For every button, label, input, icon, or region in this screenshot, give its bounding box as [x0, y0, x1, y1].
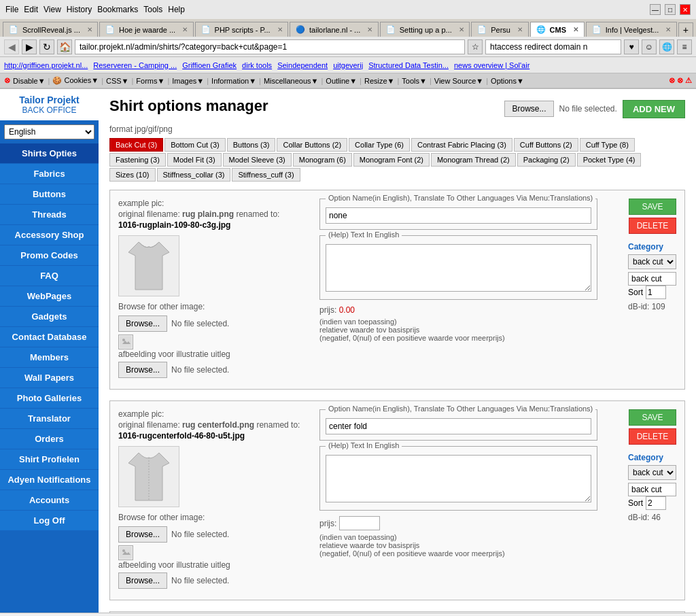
minimize-button[interactable]: — [650, 4, 661, 15]
option-name-input-2[interactable] [326, 418, 591, 434]
tab-close-icon[interactable]: ✕ [277, 26, 283, 33]
save-button-2[interactable]: SAVE [629, 409, 676, 426]
sidebar-item-accounts[interactable]: Accounts [0, 490, 99, 511]
menu-tools[interactable]: Tools [143, 5, 162, 14]
cat-tab-monogram-font[interactable]: Monogram Font (2) [353, 153, 430, 167]
smiley-icon[interactable]: ☺ [642, 39, 657, 54]
cat-tab-monogram[interactable]: Monogram (6) [293, 153, 352, 167]
menu-bookmarks[interactable]: Bookmarks [97, 5, 138, 14]
back-button[interactable]: ◀ [4, 39, 19, 54]
save-button-1[interactable]: SAVE [629, 199, 676, 215]
bookmark-griffioen[interactable]: http://griffioen.projekt.nl... [4, 61, 88, 69]
cat-tab-fastening[interactable]: Fastening (3) [109, 153, 166, 167]
cat-tab-packaging[interactable]: Packaging (2) [517, 153, 576, 167]
sort-input-2[interactable] [646, 496, 666, 510]
new-tab-button[interactable]: + [678, 22, 693, 37]
cat-tab-model-fit[interactable]: Model Fit (3) [167, 153, 222, 167]
sidebar-item-accessory-shop[interactable]: Accessory Shop [0, 225, 99, 245]
menu-help[interactable]: Help [168, 5, 185, 14]
delete-button-2[interactable]: DELETE [629, 428, 676, 445]
sidebar-item-members[interactable]: Members [0, 347, 99, 368]
bookmark-uitgeverij[interactable]: uitgeverij [333, 61, 363, 69]
cat-tab-buttons[interactable]: Buttons (3) [227, 138, 276, 152]
browse-button-2[interactable]: Browse... [118, 526, 167, 543]
tab-close-icon[interactable]: ✕ [573, 26, 578, 33]
dev-cookies[interactable]: 🍪 Cookies▼ [52, 76, 99, 85]
cat-tab-cuff-buttons[interactable]: Cuff Buttons (2) [514, 138, 578, 152]
forward-button[interactable]: ▶ [22, 39, 37, 54]
menu-history[interactable]: History [67, 5, 92, 14]
sidebar-item-adyen[interactable]: Adyen Notifications [0, 470, 99, 490]
globe-icon[interactable]: 🌐 [659, 39, 674, 54]
bookmark-dirk[interactable]: dirk tools [242, 61, 272, 69]
tab-tailor[interactable]: 🔵 tailorlane.nl - ... ✕ [290, 22, 379, 37]
cat-tab-model-sleeve[interactable]: Model Sleeve (3) [223, 153, 292, 167]
tab-scrollreveal[interactable]: 📄 ScrollReveal.js ... ✕ [3, 22, 98, 37]
maximize-button[interactable]: □ [665, 4, 676, 15]
tab-hoe[interactable]: 📄 Hoe je waarde ... ✕ [99, 22, 194, 37]
heart-icon[interactable]: ♥ [624, 39, 639, 54]
help-text-input-1[interactable] [326, 244, 591, 292]
dev-miscellaneous[interactable]: Miscellaneous▼ [264, 77, 319, 85]
tab-php[interactable]: 📄 PHP scripts - P... ✕ [195, 22, 289, 37]
browse-illus-button-2[interactable]: Browse... [118, 572, 167, 589]
dev-css[interactable]: CSS▼ [106, 77, 129, 85]
dev-information[interactable]: Information▼ [211, 77, 256, 85]
close-button[interactable]: ✕ [680, 4, 691, 15]
tab-close-icon[interactable]: ✕ [87, 26, 92, 33]
sidebar-item-orders[interactable]: Orders [0, 429, 99, 449]
dev-disable-btn[interactable]: Disable▼ [13, 77, 46, 85]
menu-edit[interactable]: Edit [24, 5, 38, 14]
cat-tab-sizes[interactable]: Sizes (10) [109, 168, 156, 182]
help-text-input-2[interactable] [326, 455, 591, 502]
tab-close-icon[interactable]: ✕ [665, 26, 671, 33]
dev-images[interactable]: Images▼ [172, 77, 204, 85]
sidebar-item-shirt-profielen[interactable]: Shirt Profielen [0, 449, 99, 470]
bookmark-grafiek[interactable]: Griffioen Grafiek [182, 61, 237, 69]
menu-view[interactable]: View [44, 5, 61, 14]
cat-tab-stiffness-cuff[interactable]: Stiffness_cuff (3) [232, 168, 300, 182]
sidebar-item-buttons[interactable]: Buttons [0, 184, 99, 205]
refresh-button[interactable]: ↻ [39, 39, 54, 54]
dev-forms[interactable]: Forms▼ [136, 77, 164, 85]
cat-tab-bottom-cut[interactable]: Bottom Cut (3) [164, 138, 226, 152]
sidebar-item-shirts-opties[interactable]: Shirts Opties [0, 143, 99, 164]
sidebar-item-gadgets[interactable]: Gadgets [0, 307, 99, 327]
bookmark-star-icon[interactable]: ☆ [468, 39, 483, 54]
browse-illus-button-1[interactable]: Browse... [118, 362, 167, 378]
tab-cms[interactable]: 🌐 CMS ✕ [530, 22, 585, 37]
sidebar-item-fabrics[interactable]: Fabrics [0, 164, 99, 184]
dev-resize[interactable]: Resize▼ [364, 77, 395, 85]
bookmark-structured[interactable]: Structured Data Testin... [368, 61, 449, 69]
tab-close-icon[interactable]: ✕ [182, 26, 188, 33]
cat-tab-collar-buttons[interactable]: Collar Buttons (2) [277, 138, 347, 152]
tab-setting[interactable]: 📄 Setting up a p... ✕ [380, 22, 470, 37]
browse-button-header[interactable]: Browse... [504, 101, 553, 117]
bookmark-news[interactable]: news overview | Sol'air [454, 61, 529, 69]
sidebar-item-wall-papers[interactable]: Wall Papers [0, 368, 99, 388]
cat-tab-back-cut[interactable]: Back Cut (3) [109, 138, 163, 152]
browse-button-1[interactable]: Browse... [118, 315, 167, 332]
cat-tab-contrast-fabric[interactable]: Contrast Fabric Placing (3) [411, 138, 512, 152]
dev-tools[interactable]: Tools▼ [402, 77, 427, 85]
menu-icon[interactable]: ≡ [677, 39, 692, 54]
tab-info[interactable]: 📄 Info | Veelgest... ✕ [586, 22, 677, 37]
cat-tab-stiffness-collar[interactable]: Stiffness_collar (3) [157, 168, 231, 182]
category-select-1[interactable]: back cut [628, 254, 676, 269]
sidebar-item-translator[interactable]: Translator [0, 409, 99, 429]
delete-button-1[interactable]: DELETE [629, 218, 676, 234]
home-button[interactable]: 🏠 [57, 39, 72, 54]
dev-outline[interactable]: Outline▼ [326, 77, 357, 85]
dev-viewsource[interactable]: View Source▼ [434, 77, 483, 85]
sidebar-item-webpages[interactable]: WebPages [0, 286, 99, 307]
tab-close-icon[interactable]: ✕ [517, 26, 523, 33]
sidebar-item-contact-database[interactable]: Contact Database [0, 327, 99, 347]
cat-tab-collar-type[interactable]: Collar Type (6) [349, 138, 410, 152]
tab-close-icon[interactable]: ✕ [459, 26, 464, 33]
cat-tab-cuff-type[interactable]: Cuff Type (8) [580, 138, 635, 152]
search-bar[interactable] [485, 39, 621, 54]
sidebar-item-faq[interactable]: FAQ [0, 266, 99, 286]
cat-tab-monogram-thread[interactable]: Monogram Thread (2) [431, 153, 516, 167]
tab-persu[interactable]: 📄 Persu ✕ [471, 22, 528, 37]
menu-file[interactable]: File [5, 5, 18, 14]
